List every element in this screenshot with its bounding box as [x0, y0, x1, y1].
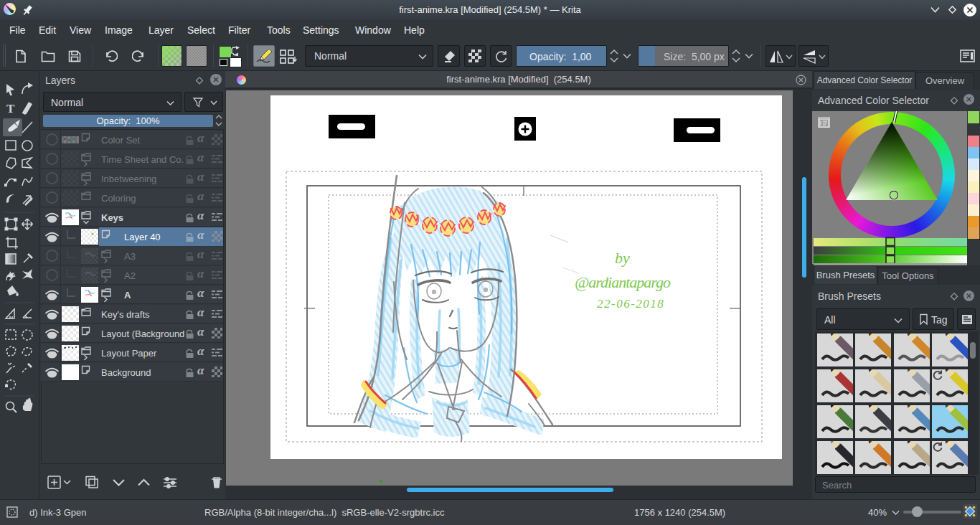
svg-text:by: by — [615, 249, 630, 267]
svg-text:@ardiantapargo: @ardiantapargo — [575, 273, 671, 291]
svg-text:T: T — [6, 102, 15, 115]
svg-text:22-06-2018: 22-06-2018 — [597, 297, 664, 311]
